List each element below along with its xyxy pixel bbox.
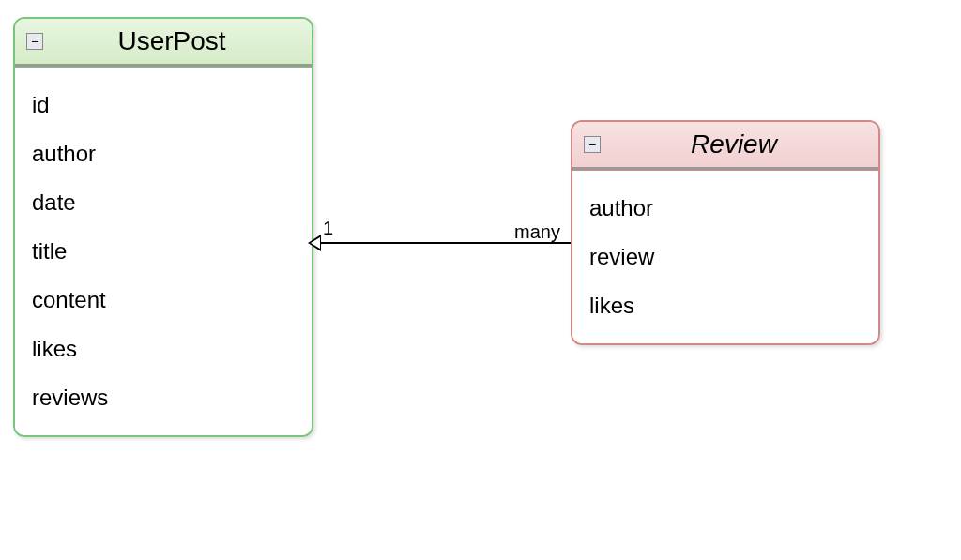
attr-userpost-title: title	[32, 227, 295, 276]
entity-header-userpost: − UserPost	[15, 19, 312, 67]
cardinality-to: 1	[323, 218, 333, 239]
entity-title-review: Review	[629, 129, 867, 159]
entity-header-review: − Review	[572, 122, 878, 170]
attr-userpost-content: content	[32, 276, 295, 325]
attr-review-review: review	[589, 233, 862, 281]
entity-title-userpost: UserPost	[71, 26, 300, 56]
entity-userpost: − UserPost id author date title content …	[13, 17, 313, 437]
attr-userpost-date: date	[32, 178, 295, 227]
attr-userpost-reviews: reviews	[32, 373, 295, 422]
collapse-toggle-review[interactable]: −	[584, 136, 601, 153]
cardinality-from: many	[514, 221, 560, 243]
attr-review-likes: likes	[589, 281, 862, 330]
attr-userpost-author: author	[32, 129, 295, 178]
relationship-arrowhead-icon	[308, 235, 321, 251]
collapse-toggle-userpost[interactable]: −	[26, 33, 43, 50]
attr-review-author: author	[589, 184, 862, 233]
entity-body-review: author review likes	[572, 170, 878, 343]
entity-review: − Review author review likes	[571, 120, 880, 345]
attr-userpost-likes: likes	[32, 325, 295, 373]
entity-body-userpost: id author date title content likes revie…	[15, 67, 312, 435]
attr-userpost-id: id	[32, 81, 295, 129]
